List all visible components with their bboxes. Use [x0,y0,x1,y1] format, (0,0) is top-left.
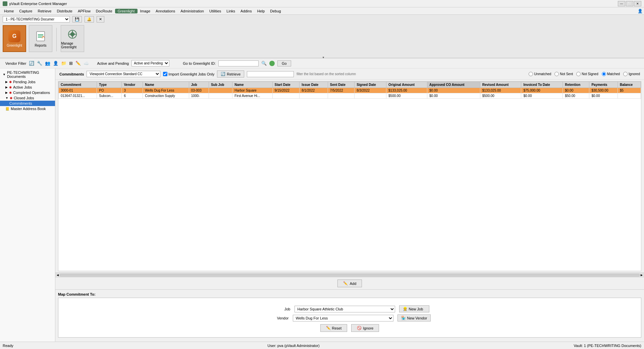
manage-greenlight-button[interactable]: Manage Greenlight [61,25,84,52]
menu-utilities[interactable]: Utilities [207,8,224,14]
goto-input[interactable] [218,60,259,66]
minimize-button[interactable]: — [618,1,625,6]
col-start-date[interactable]: Start Date [272,82,300,88]
menu-image[interactable]: Image [138,8,153,14]
vendor-dropdown[interactable]: Wells Dug For Less [293,315,393,321]
col-type[interactable]: Type [97,82,122,88]
cell-revised-amount: $133,025.00 [480,88,521,93]
search-icon[interactable]: 🔍 [261,61,267,66]
refresh-icon[interactable]: 🔄 [29,61,34,66]
ignore-button[interactable]: 🚫 Ignore [351,324,379,332]
col-vendor-name[interactable]: Name [143,82,189,88]
new-job-button[interactable]: 👷 New Job [399,305,429,312]
sidebar-master-address-label: Master Address Book [11,107,46,111]
new-vendor-icon: 🏪 [401,316,406,320]
sidebar-item-pe-techwriting[interactable]: ▼ PE-TECHWRITING Documents [0,70,55,79]
svg-rect-2 [38,36,43,36]
cancel-button[interactable]: ✕ [97,16,104,22]
col-signed-date[interactable]: Signed Date [355,82,386,88]
vendor-filter-label: Vendor Filter [5,61,26,65]
bell-button[interactable]: 🔔 [85,16,94,22]
retrieve-button[interactable]: 🔄 Retrieve [217,70,244,78]
cloud-icon[interactable]: ☁️ [84,61,89,66]
people-icon[interactable]: 👥 [45,61,50,66]
menu-home[interactable]: Home [1,8,16,14]
go-button[interactable]: Go [277,60,291,66]
folder-icon[interactable]: 📁 [61,61,66,66]
sidebar-item-pending-jobs[interactable]: ▶ ✱ Pending Jobs [0,79,55,85]
menu-addins[interactable]: Addins [238,8,255,14]
col-payments[interactable]: Payments [589,82,618,88]
sidebar-item-master-address[interactable]: 📒 Master Address Book [0,106,55,111]
col-vendor[interactable]: Vendor [122,82,143,88]
col-original-amount[interactable]: Original Amount [386,82,427,88]
import-checkbox[interactable] [163,72,167,76]
cell-commitment: 013647.01321... [59,93,97,99]
commitments-header: Commitments Viewpoint Connection Standar… [55,68,644,80]
job-dropdown[interactable]: Harbor Square Athletic Club [294,306,395,312]
menu-debug[interactable]: Debug [267,8,283,14]
user-profile-icon[interactable]: 👤 [638,9,643,13]
person-add-icon[interactable]: 👤 [53,61,58,66]
menu-links[interactable]: Links [224,8,238,14]
sidebar-item-active-jobs[interactable]: ▶ ✱ Active Jobs [0,85,55,90]
radio-unmatched[interactable]: Unmatched [529,72,551,76]
status-filter-dropdown[interactable]: Active and Pending All Active Pending Co… [131,60,169,66]
document-dropdown[interactable]: 1 - PE-TECHWRITING Documer [3,16,70,22]
menu-help[interactable]: Help [255,8,268,14]
radio-not-sent[interactable]: Not Sent [554,72,573,76]
scrollbar-track[interactable] [59,274,640,277]
expand-icon: ▼ [3,73,6,76]
grid-icon[interactable]: ⊞ [69,61,73,66]
col-approved-co[interactable]: Approved CO Amount [427,82,480,88]
sidebar-item-commitments[interactable]: Commitments [0,101,55,106]
menu-administration[interactable]: Administration [178,8,207,14]
connection-dropdown[interactable]: Viewpoint Connection Standard CC [87,71,160,77]
ignore-icon: 🚫 [357,326,362,330]
table-row[interactable]: 3000-01 PO 3 Wells Dug For Less 03-003 H… [59,88,641,93]
col-balance[interactable]: Balance [618,82,641,88]
col-sub-job[interactable]: Sub Job [209,82,232,88]
pending-jobs-icon: ✱ [9,80,12,84]
radio-ignored[interactable]: Ignored [623,72,640,76]
col-retention[interactable]: Retention [563,82,589,88]
window-controls[interactable]: — ⬜ ✕ [618,1,641,6]
menu-capture[interactable]: Capture [16,8,35,14]
menu-annotations[interactable]: Annotations [153,8,178,14]
col-revised-amount[interactable]: Revised Amount [480,82,521,88]
cell-sub-job [209,88,232,93]
horizontal-scrollbar[interactable]: ◄ ► [55,272,644,277]
tools-icon[interactable]: 🔧 [37,61,42,66]
edit-icon[interactable]: ✏️ [75,61,81,66]
menu-retrieve[interactable]: Retrieve [35,8,54,14]
col-commitment[interactable]: Commitment [59,82,97,88]
svg-rect-3 [38,37,42,38]
col-job[interactable]: Job [189,82,209,88]
menu-distribute[interactable]: Distribute [54,8,75,14]
maximize-button[interactable]: ⬜ [626,1,633,6]
col-job-name[interactable]: Name [232,82,272,88]
menu-docroute[interactable]: DocRoute [93,8,115,14]
col-sent-date[interactable]: Sent Date [328,82,354,88]
radio-not-signed[interactable]: Not Signed [576,72,598,76]
menu-greenlight[interactable]: Greenlight [115,9,138,13]
scroll-left-arrow[interactable]: ◄ [56,273,59,277]
sidebar-item-closed-jobs[interactable]: ▼ ✱ Closed Jobs [0,95,55,101]
cell-retention: $0.00 [563,88,589,93]
radio-matched[interactable]: Matched [602,72,620,76]
reset-button[interactable]: ✏️ Reset [320,324,347,332]
save-button[interactable]: 💾 [72,16,82,22]
menu-apflow[interactable]: APFlow [75,8,93,14]
filter-input[interactable] [247,71,294,77]
table-row[interactable]: 013647.01321... Subcon... 6 Construction… [59,93,641,99]
reports-toolbar-button[interactable]: Reports [29,25,52,52]
col-issue-date[interactable]: Issue Date [300,82,328,88]
add-button[interactable]: ✏️ Add [337,280,362,287]
close-button[interactable]: ✕ [634,1,641,6]
import-checkbox-label[interactable]: Import Greenlight Jobs Only [163,72,214,76]
col-invoiced[interactable]: Invoiced To Date [521,82,563,88]
greenlight-toolbar-button[interactable]: G Greenlight [3,25,26,52]
scroll-right-arrow[interactable]: ► [640,273,643,277]
sidebar-item-completed-ops[interactable]: ▶ ✱ Completed Operations [0,90,55,95]
new-vendor-button[interactable]: 🏪 New Vendor [397,314,431,321]
